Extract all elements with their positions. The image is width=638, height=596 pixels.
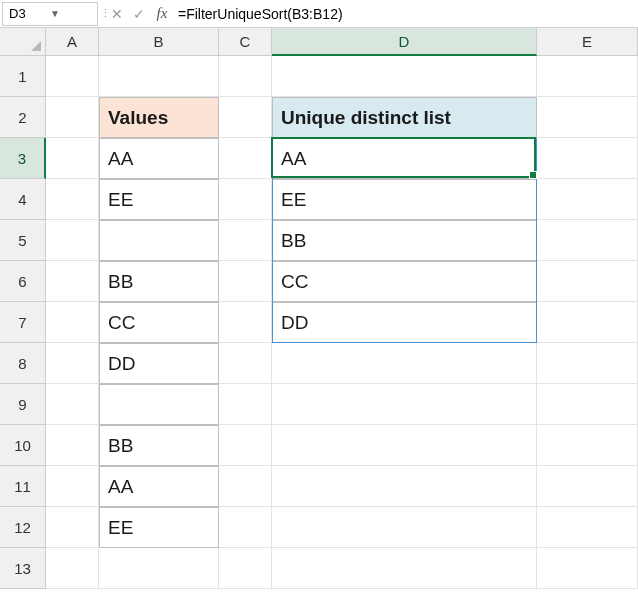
cell-e7[interactable] [537,302,638,343]
cell-a1[interactable] [46,56,99,97]
cell-c2[interactable] [219,97,272,138]
unique-cell-4[interactable]: EE [272,179,537,220]
cell-e3[interactable] [537,138,638,179]
cell-d10[interactable] [272,425,537,466]
cell-c3[interactable] [219,138,272,179]
confirm-icon[interactable]: ✓ [128,6,150,22]
cell-d12[interactable] [272,507,537,548]
cell-c10[interactable] [219,425,272,466]
header-values[interactable]: Values [99,97,219,138]
unique-cell-5[interactable]: BB [272,220,537,261]
cell-c5[interactable] [219,220,272,261]
cell-c8[interactable] [219,343,272,384]
cell-a4[interactable] [46,179,99,220]
cell-c9[interactable] [219,384,272,425]
cell-e2[interactable] [537,97,638,138]
values-cell-10[interactable]: BB [99,425,219,466]
values-cell-6[interactable]: BB [99,261,219,302]
cell-e10[interactable] [537,425,638,466]
cell-a8[interactable] [46,343,99,384]
unique-cell-3[interactable]: AA [272,138,537,179]
cell-e1[interactable] [537,56,638,97]
cancel-icon[interactable]: ✕ [106,6,128,22]
cell-e9[interactable] [537,384,638,425]
cell-d11[interactable] [272,466,537,507]
cell-e6[interactable] [537,261,638,302]
cell-b13[interactable] [99,548,219,589]
cell-a11[interactable] [46,466,99,507]
column-header-a[interactable]: A [46,28,99,56]
cell-e12[interactable] [537,507,638,548]
values-cell-12[interactable]: EE [99,507,219,548]
column-header-b[interactable]: B [99,28,219,56]
cell-a5[interactable] [46,220,99,261]
values-cell-9[interactable] [99,384,219,425]
cell-d8[interactable] [272,343,537,384]
column-header-d[interactable]: D [272,28,537,56]
row-header-3[interactable]: 3 [0,138,46,179]
formula-input[interactable] [174,6,638,22]
values-cell-8[interactable]: DD [99,343,219,384]
values-cell-4[interactable]: EE [99,179,219,220]
row-header-9[interactable]: 9 [0,384,46,425]
column-header-e[interactable]: E [537,28,638,56]
cell-a13[interactable] [46,548,99,589]
column-headers: ABCDE [46,28,638,56]
row-header-13[interactable]: 13 [0,548,46,589]
column-header-c[interactable]: C [219,28,272,56]
cell-c6[interactable] [219,261,272,302]
cell-e8[interactable] [537,343,638,384]
cell-a10[interactable] [46,425,99,466]
cell-c7[interactable] [219,302,272,343]
cell-c4[interactable] [219,179,272,220]
row-header-6[interactable]: 6 [0,261,46,302]
cell-c1[interactable] [219,56,272,97]
header-unique[interactable]: Unique distinct list [272,97,537,138]
cell-d1[interactable] [272,56,537,97]
unique-cell-6[interactable]: CC [272,261,537,302]
row-header-12[interactable]: 12 [0,507,46,548]
name-box[interactable]: D3 ▼ [2,2,98,26]
cell-a12[interactable] [46,507,99,548]
row-header-2[interactable]: 2 [0,97,46,138]
cell-b1[interactable] [99,56,219,97]
select-all-corner[interactable] [0,28,46,56]
row-header-7[interactable]: 7 [0,302,46,343]
cell-e13[interactable] [537,548,638,589]
cell-c11[interactable] [219,466,272,507]
formula-bar: D3 ▼ ⋮ ✕ ✓ fx [0,0,638,28]
values-cell-7[interactable]: CC [99,302,219,343]
row-headers: 12345678910111213 [0,56,46,589]
cell-e5[interactable] [537,220,638,261]
cell-c12[interactable] [219,507,272,548]
cell-a9[interactable] [46,384,99,425]
cell-d13[interactable] [272,548,537,589]
row-header-11[interactable]: 11 [0,466,46,507]
row-header-4[interactable]: 4 [0,179,46,220]
cell-a2[interactable] [46,97,99,138]
row-header-10[interactable]: 10 [0,425,46,466]
row-header-5[interactable]: 5 [0,220,46,261]
name-box-value: D3 [9,6,50,21]
cell-d9[interactable] [272,384,537,425]
cell-a7[interactable] [46,302,99,343]
cell-e4[interactable] [537,179,638,220]
values-cell-5[interactable] [99,220,219,261]
cell-a3[interactable] [46,138,99,179]
cell-c13[interactable] [219,548,272,589]
cell-a6[interactable] [46,261,99,302]
values-cell-3[interactable]: AA [99,138,219,179]
fx-icon[interactable]: fx [150,5,174,22]
values-cell-11[interactable]: AA [99,466,219,507]
row-header-1[interactable]: 1 [0,56,46,97]
row-header-8[interactable]: 8 [0,343,46,384]
unique-cell-7[interactable]: DD [272,302,537,343]
chevron-down-icon[interactable]: ▼ [50,8,91,19]
cell-e11[interactable] [537,466,638,507]
